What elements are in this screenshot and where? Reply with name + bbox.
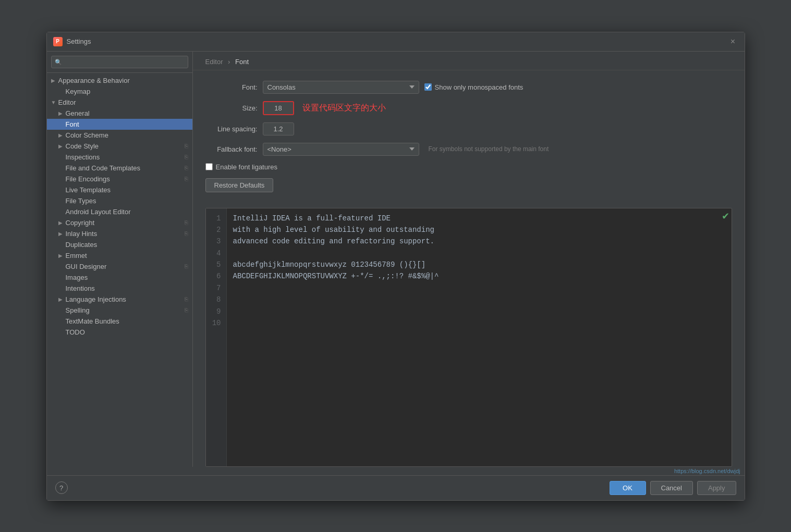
url-text: https://blog.csdn.net/dwjdj bbox=[674, 468, 740, 474]
sidebar-item-label: File Types bbox=[66, 197, 188, 205]
sidebar-item-label: Intentions bbox=[66, 284, 188, 292]
cancel-button[interactable]: Cancel bbox=[650, 481, 693, 495]
sidebar-item-code-style[interactable]: Code Style ⎘ bbox=[47, 141, 192, 152]
sidebar-item-label: GUI Designer bbox=[66, 263, 182, 270]
sidebar-item-label: Android Layout Editor bbox=[66, 208, 188, 216]
arrow-icon bbox=[58, 253, 66, 258]
sidebar-item-appearance[interactable]: Appearance & Behavior bbox=[47, 75, 192, 86]
monospaced-label[interactable]: Show only monospaced fonts bbox=[435, 83, 524, 91]
breadcrumb-current: Font bbox=[235, 58, 249, 66]
sidebar-item-copyright[interactable]: Copyright ⎘ bbox=[47, 217, 192, 228]
search-input[interactable] bbox=[51, 56, 188, 68]
sidebar-item-inlay-hints[interactable]: Inlay Hints ⎘ bbox=[47, 228, 192, 239]
gutter-line: 1 bbox=[211, 213, 221, 224]
arrow-icon bbox=[58, 220, 66, 226]
arrow-icon bbox=[58, 132, 66, 138]
search-wrapper: 🔍 bbox=[51, 56, 188, 68]
main-content: Editor › Font Font: Consolas Show only m… bbox=[193, 52, 745, 467]
sidebar-tree: Appearance & Behavior Keymap Editor Gene… bbox=[47, 73, 192, 467]
sidebar-item-label: TODO bbox=[66, 328, 188, 336]
gutter-line: 6 bbox=[211, 270, 221, 282]
preview-line bbox=[233, 282, 725, 294]
sidebar-item-label: Inspections bbox=[66, 153, 182, 161]
sidebar-item-label: Copyright bbox=[66, 219, 182, 227]
sidebar-item-label: Inlay Hints bbox=[66, 230, 182, 238]
sidebar-item-color-scheme[interactable]: Color Scheme bbox=[47, 130, 192, 141]
close-button[interactable]: × bbox=[728, 36, 738, 47]
settings-dialog: P Settings × 🔍 Appearance & Behavior bbox=[46, 32, 745, 501]
sidebar-item-editor[interactable]: Editor bbox=[47, 97, 192, 108]
copy-icon: ⎘ bbox=[185, 165, 188, 171]
sidebar-item-label: Appearance & Behavior bbox=[58, 77, 188, 84]
copy-icon: ⎘ bbox=[185, 307, 188, 313]
preview-gutter: 1 2 3 4 5 6 7 8 9 10 bbox=[206, 208, 227, 466]
sidebar-item-label: Font bbox=[66, 120, 188, 128]
arrow-icon bbox=[58, 143, 66, 149]
preview-area: 1 2 3 4 5 6 7 8 9 10 IntelliJ IDEA is a … bbox=[205, 208, 732, 467]
preview-line bbox=[233, 248, 725, 259]
arrow-icon bbox=[58, 296, 66, 302]
sidebar-item-label: Duplicates bbox=[66, 241, 188, 249]
sidebar-item-file-types[interactable]: File Types bbox=[47, 195, 192, 206]
sidebar-item-label: Language Injections bbox=[66, 295, 182, 303]
breadcrumb: Editor › Font bbox=[193, 52, 745, 70]
sidebar-item-file-encodings[interactable]: File Encodings ⎘ bbox=[47, 174, 192, 184]
sidebar-item-duplicates[interactable]: Duplicates bbox=[47, 239, 192, 250]
copy-icon: ⎘ bbox=[185, 176, 188, 182]
url-bar: https://blog.csdn.net/dwjdj bbox=[47, 467, 745, 475]
sidebar-item-keymap[interactable]: Keymap bbox=[47, 86, 192, 97]
sidebar-item-label: File and Code Templates bbox=[66, 164, 182, 172]
sidebar: 🔍 Appearance & Behavior Keymap bbox=[47, 52, 193, 467]
help-button[interactable]: ? bbox=[55, 481, 68, 494]
line-spacing-input[interactable]: 1.2 bbox=[263, 122, 294, 135]
sidebar-item-images[interactable]: Images bbox=[47, 272, 192, 283]
dialog-title: Settings bbox=[67, 38, 91, 45]
gutter-line: 2 bbox=[211, 224, 221, 236]
footer-left: ? bbox=[55, 481, 68, 494]
sidebar-item-font[interactable]: Font bbox=[47, 119, 192, 130]
sidebar-item-todo[interactable]: TODO bbox=[47, 327, 192, 338]
font-label: Font: bbox=[205, 83, 258, 91]
fallback-font-label: Fallback font: bbox=[205, 145, 258, 153]
sidebar-item-inspections[interactable]: Inspections ⎘ bbox=[47, 152, 192, 163]
sidebar-item-spelling[interactable]: Spelling ⎘ bbox=[47, 305, 192, 316]
size-row: Size: 18 设置代码区文字的大小 bbox=[205, 101, 732, 115]
fallback-font-row: Fallback font: <None> For symbols not su… bbox=[205, 143, 732, 156]
restore-defaults-button[interactable]: Restore Defaults bbox=[205, 178, 274, 192]
sidebar-item-live-templates[interactable]: Live Templates bbox=[47, 184, 192, 195]
sidebar-item-general[interactable]: General bbox=[47, 108, 192, 119]
footer-right: OK Cancel Apply bbox=[610, 481, 736, 495]
title-bar-left: P Settings bbox=[53, 37, 91, 46]
sidebar-item-label: TextMate Bundles bbox=[66, 317, 188, 325]
apply-button[interactable]: Apply bbox=[697, 481, 736, 495]
size-input[interactable]: 18 bbox=[263, 101, 294, 115]
sidebar-item-gui-designer[interactable]: GUI Designer ⎘ bbox=[47, 261, 192, 272]
ligatures-checkbox[interactable] bbox=[205, 163, 213, 170]
preview-code: IntelliJ IDEA is a full-featured IDE wit… bbox=[227, 208, 732, 466]
arrow-icon bbox=[51, 100, 58, 105]
ok-button[interactable]: OK bbox=[610, 481, 646, 495]
sidebar-item-emmet[interactable]: Emmet bbox=[47, 250, 192, 261]
font-select[interactable]: Consolas bbox=[263, 81, 419, 94]
preview-line: advanced code editing and refactoring su… bbox=[233, 236, 725, 247]
search-icon: 🔍 bbox=[55, 58, 62, 65]
gutter-line: 10 bbox=[211, 317, 221, 329]
line-spacing-row: Line spacing: 1.2 bbox=[205, 122, 732, 135]
green-tick-icon: ✔ bbox=[722, 211, 729, 222]
sidebar-item-intentions[interactable]: Intentions bbox=[47, 283, 192, 294]
fallback-font-select[interactable]: <None> bbox=[263, 143, 419, 156]
sidebar-item-language-injections[interactable]: Language Injections ⎘ bbox=[47, 294, 192, 305]
copy-icon: ⎘ bbox=[185, 230, 188, 237]
sidebar-item-file-code-templates[interactable]: File and Code Templates ⎘ bbox=[47, 163, 192, 174]
app-icon: P bbox=[53, 37, 63, 46]
breadcrumb-parent: Editor bbox=[205, 58, 223, 66]
font-row: Font: Consolas Show only monospaced font… bbox=[205, 81, 732, 94]
ligatures-label[interactable]: Enable font ligatures bbox=[216, 163, 278, 171]
fallback-hint: For symbols not supported by the main fo… bbox=[429, 145, 549, 153]
preview-line: with a high level of usability and outst… bbox=[233, 224, 725, 236]
gutter-line: 3 bbox=[211, 236, 221, 247]
size-annotation: 设置代码区文字的大小 bbox=[302, 103, 386, 114]
sidebar-item-android-layout[interactable]: Android Layout Editor bbox=[47, 206, 192, 217]
sidebar-item-textmate-bundles[interactable]: TextMate Bundles bbox=[47, 316, 192, 327]
monospaced-checkbox[interactable] bbox=[424, 83, 432, 91]
